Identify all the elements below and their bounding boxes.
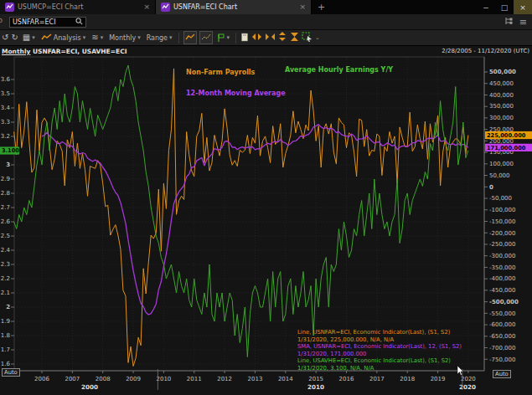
annotation-non-farm-payrolls[interactable]: Non-Farm Payrolls <box>186 69 255 76</box>
legend-value-sma[interactable]: 1/31/2020, 171,000.000 <box>297 351 462 358</box>
edge-character: P <box>0 18 7 26</box>
svg-text:-700,000: -700,000 <box>489 345 515 351</box>
svg-text:2017: 2017 <box>369 376 385 382</box>
svg-text:400,000: 400,000 <box>489 92 514 99</box>
expand-horizontal-icon[interactable] <box>251 33 262 43</box>
analysis-button[interactable]: Analysis ▾ <box>39 33 87 44</box>
svg-text:1.8: 1.8 <box>1 332 10 339</box>
svg-text:2016: 2016 <box>339 376 354 382</box>
svg-text:2.4: 2.4 <box>1 247 11 254</box>
svg-text:-250,000: -250,000 <box>489 241 515 248</box>
ric-search-input[interactable] <box>13 18 75 26</box>
analysis-label: Analysis <box>54 34 81 42</box>
layout-grid-icon: ▦ <box>23 33 30 42</box>
legend-value-ahe[interactable]: 1/31/2020, 3.100, N/A, N/A <box>297 365 462 372</box>
minimize-button[interactable]: − <box>477 0 495 14</box>
chevron-down-icon: ▾ <box>32 34 35 41</box>
svg-text:2.5: 2.5 <box>1 233 10 239</box>
redo-icon[interactable]: ↻ <box>11 33 18 42</box>
svg-text:2010: 2010 <box>307 383 324 391</box>
svg-text:300,000: 300,000 <box>489 115 514 121</box>
chevron-down-icon: ▾ <box>227 34 230 41</box>
right-axis-auto-button[interactable]: Auto <box>493 370 511 378</box>
application-window: USUMCP=ECI Chart × USNFAR=ECI Chart × + … <box>0 0 532 395</box>
svg-text:500,000: 500,000 <box>489 69 516 75</box>
svg-text:2011: 2011 <box>187 376 202 382</box>
svg-text:-50,000: -50,000 <box>489 195 512 202</box>
link-channel-icon[interactable] <box>504 17 513 27</box>
svg-text:-400,000: -400,000 <box>489 275 515 282</box>
ric-search-box[interactable] <box>9 17 86 28</box>
search-icon <box>75 18 83 27</box>
close-tab-icon[interactable]: × <box>143 3 150 11</box>
chart-style-button[interactable] <box>199 31 213 44</box>
svg-text:2000: 2000 <box>81 383 98 391</box>
hourglass-icon[interactable] <box>290 32 299 44</box>
svg-text:-650,000: -650,000 <box>489 333 515 340</box>
svg-text:450,000: 450,000 <box>489 80 514 87</box>
line-chart-type-button[interactable] <box>183 31 197 44</box>
events-flag-button[interactable]: ▾ <box>215 33 232 44</box>
svg-text:2.8: 2.8 <box>1 190 10 197</box>
range-label: Range <box>147 34 168 42</box>
smoothing-button[interactable]: ≋ ▾ <box>90 33 105 43</box>
svg-text:2014: 2014 <box>278 376 293 382</box>
chart-app-icon <box>161 3 170 12</box>
chart-legend: Line, USNFAR=ECI, Economic Indicator(Las… <box>297 329 462 372</box>
maximize-button[interactable]: □ <box>495 0 514 14</box>
legend-line-ahe[interactable]: Line, USAVHE=ECI, Economic Indicator(Las… <box>297 357 462 365</box>
svg-text:2013: 2013 <box>248 376 263 382</box>
tab-label: USNFAR=ECI Chart <box>173 3 296 11</box>
svg-text:-750,000: -750,000 <box>489 357 515 363</box>
svg-text:-500,000: -500,000 <box>489 299 519 305</box>
tab-usumcp-chart[interactable]: USUMCP=ECI Chart × <box>0 0 156 14</box>
close-tab-icon[interactable]: × <box>299 3 306 11</box>
toolbar-overflow-icon[interactable]: ⌄ <box>315 34 320 41</box>
collapse-horizontal-icon[interactable] <box>265 33 276 43</box>
chevron-down-icon: ▾ <box>169 34 173 41</box>
svg-text:2006: 2006 <box>34 376 49 382</box>
svg-text:2007: 2007 <box>65 376 80 382</box>
svg-text:-300,000: -300,000 <box>489 253 515 259</box>
chart-toolbar: ↺ ↻ ▦ ▾ Analysis ▾ ≋ ▾ Monthly ▾ Range ▾ <box>0 30 532 46</box>
range-dropdown[interactable]: Range ▾ <box>145 33 174 43</box>
annotation-12m-moving-average[interactable]: 12-Month Moving Average <box>186 90 286 97</box>
svg-text:350,000: 350,000 <box>489 103 514 110</box>
expand-vertical-icon[interactable] <box>278 32 287 44</box>
svg-text:2018: 2018 <box>400 376 415 382</box>
svg-text:50,000: 50,000 <box>489 172 510 179</box>
layout-grid-button[interactable]: ▦ ▾ <box>21 33 37 43</box>
close-window-button[interactable]: × <box>514 0 532 14</box>
interval-dropdown[interactable]: Monthly ▾ <box>107 33 142 43</box>
window-controls: − □ × <box>477 0 532 14</box>
left-axis-auto-button[interactable]: Auto <box>2 368 20 377</box>
annotation-note-icon[interactable] <box>240 33 249 44</box>
legend-line-nfp[interactable]: Line, USNFAR=ECI, Economic Indicator(Las… <box>297 329 462 336</box>
menu-icon[interactable]: ≡ <box>519 17 527 28</box>
svg-text:-200,000: -200,000 <box>489 230 515 237</box>
toolbar-separator <box>235 33 236 44</box>
svg-text:3.2: 3.2 <box>1 133 10 140</box>
tab-usnfar-chart[interactable]: USNFAR=ECI Chart × <box>156 0 312 14</box>
svg-text:-550,000: -550,000 <box>489 310 515 317</box>
svg-text:1.9: 1.9 <box>1 318 10 325</box>
zoom-select-region-icon[interactable] <box>302 32 312 44</box>
analysis-line-icon <box>41 33 52 43</box>
legend-line-sma[interactable]: SMA, USNFAR=ECI, Economic Indicator(Last… <box>297 343 462 351</box>
new-tab-button[interactable]: + <box>312 0 331 14</box>
chart-app-icon <box>5 3 14 12</box>
svg-text:2: 2 <box>6 304 10 310</box>
annotation-avg-hourly-earnings[interactable]: Average Hourly Earnings Y/Y <box>285 66 393 74</box>
svg-text:2012: 2012 <box>217 376 232 382</box>
legend-value-nfp[interactable]: 1/31/2020, 225,000.000, N/A, N/A <box>297 336 462 344</box>
chevron-down-icon: ▾ <box>83 34 86 41</box>
undo-icon[interactable]: ↺ <box>2 33 8 42</box>
svg-text:225,000.000: 225,000.000 <box>487 132 526 139</box>
svg-text:2009: 2009 <box>126 376 141 382</box>
svg-text:2.1: 2.1 <box>1 290 10 296</box>
search-row: P ≡ <box>0 14 532 30</box>
tab-label: USUMCP=ECI Chart <box>18 3 140 11</box>
svg-text:-100,000: -100,000 <box>489 207 515 213</box>
toolbar-separator <box>178 33 179 44</box>
svg-text:2020: 2020 <box>459 383 476 391</box>
